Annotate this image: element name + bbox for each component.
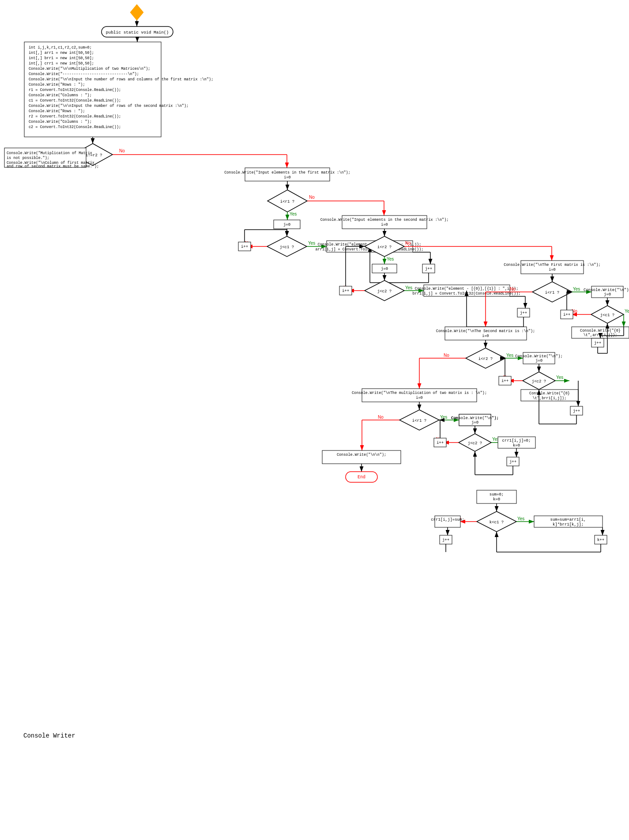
- svg-text:r1 = Convert.ToInt32(Console.R: r1 = Convert.ToInt32(Console.ReadLine())…: [29, 88, 121, 92]
- svg-text:Console.Write("{0}: Console.Write("{0}: [529, 391, 570, 396]
- svg-text:i++: i++: [437, 441, 444, 445]
- svg-text:Console.Write("\n\nMultiplicat: Console.Write("\n\nMultiplication of two…: [29, 67, 150, 71]
- svg-text:j=0: j=0: [535, 359, 542, 363]
- svg-text:c2 = Convert.ToInt32(Console.R: c2 = Convert.ToInt32(Console.ReadLine())…: [29, 125, 121, 129]
- svg-text:Console.Write("Columns : ");: Console.Write("Columns : ");: [29, 120, 92, 124]
- svg-text:i++: i++: [342, 289, 349, 293]
- svg-text:Console.Write("Mutiplication o: Console.Write("Mutiplication of Matrix: [7, 151, 92, 155]
- svg-text:Console.Write("---------------: Console.Write("-------------------------…: [29, 72, 139, 76]
- svg-text:i++: i++: [501, 379, 508, 383]
- svg-text:Console.Write("\n");: Console.Write("\n");: [451, 416, 499, 420]
- svg-text:j<c2 ?: j<c2 ?: [532, 379, 546, 384]
- svg-text:crr1[i,j]=sum;: crr1[i,j]=sum;: [431, 518, 464, 522]
- svg-text:Yes: Yes: [517, 516, 524, 521]
- svg-text:j=0: j=0: [283, 223, 290, 227]
- svg-text:Yes: Yes: [308, 241, 315, 246]
- svg-text:Console.Write("\n");: Console.Write("\n");: [515, 354, 563, 359]
- svg-text:j++: j++: [594, 341, 601, 345]
- svg-text:i<r1 ?: i<r1 ?: [412, 419, 426, 423]
- svg-text:Yes: Yes: [290, 212, 297, 216]
- svg-text:j++: j++: [520, 311, 527, 315]
- svg-text:Yes: Yes: [573, 287, 580, 291]
- svg-text:public static void Main(): public static void Main(): [106, 30, 169, 35]
- svg-text:i<r1 ?: i<r1 ?: [280, 200, 294, 204]
- svg-text:is not possible.");: is not possible.");: [7, 156, 49, 160]
- svg-text:c1 = Convert.ToInt32(Console.R: c1 = Convert.ToInt32(Console.ReadLine())…: [29, 98, 121, 103]
- svg-text:No: No: [309, 195, 315, 200]
- svg-text:No: No: [405, 241, 411, 246]
- svg-text:Yes: Yes: [506, 353, 513, 358]
- svg-text:i=0: i=0: [381, 223, 388, 227]
- svg-text:Yes: Yes: [440, 415, 447, 420]
- svg-text:Console.Write("\nThe First mat: Console.Write("\nThe First matrix is :\n…: [504, 263, 600, 267]
- svg-text:r2 = Convert.ToInt32(Console.R: r2 = Convert.ToInt32(Console.ReadLine())…: [29, 114, 121, 119]
- svg-text:Console.Write("{0}: Console.Write("{0}: [580, 329, 621, 333]
- svg-text:No: No: [119, 148, 125, 153]
- svg-text:i<r2 ?: i<r2 ?: [478, 357, 493, 361]
- svg-text:i=0: i=0: [482, 334, 489, 338]
- svg-text:int[,] brr1 = new int[50,50];: int[,] brr1 = new int[50,50];: [29, 56, 94, 61]
- svg-text:Console.Write("\n");: Console.Write("\n");: [584, 288, 629, 292]
- flowchart-svg: public static void Main() int i,j,k,r1,c…: [0, 0, 629, 840]
- svg-text:Console.Write("\nThe multiplic: Console.Write("\nThe multiplication of t…: [352, 391, 487, 395]
- svg-text:k=0: k=0: [513, 443, 520, 448]
- svg-marker-4: [130, 4, 143, 20]
- svg-text:j=0: j=0: [381, 267, 388, 271]
- svg-text:i=0: i=0: [416, 396, 422, 400]
- svg-text:Console.Write("element - [{0}]: Console.Write("element - [{0}],[{1}] : "…: [415, 287, 519, 291]
- svg-text:Console.Write("\n\nInput the n: Console.Write("\n\nInput the number of r…: [29, 104, 188, 108]
- svg-text:i=0: i=0: [549, 268, 555, 272]
- svg-text:\t",brr1[i,j]);: \t",brr1[i,j]);: [533, 396, 567, 401]
- svg-text:i=0: i=0: [284, 175, 290, 180]
- svg-text:Yes: Yes: [556, 375, 563, 380]
- flowchart-container: public static void Main() int i,j,k,r1,c…: [0, 0, 629, 840]
- svg-text:i<r2 ?: i<r2 ?: [377, 245, 392, 250]
- svg-text:and row of second matrix must : and row of second matrix must be same.")…: [7, 164, 99, 169]
- svg-text:Console.Write("\nThe Second ma: Console.Write("\nThe Second matrix is :\…: [436, 329, 535, 333]
- svg-text:k++: k++: [597, 538, 604, 542]
- svg-text:No: No: [510, 287, 516, 291]
- svg-text:Yes: Yes: [387, 257, 394, 261]
- svg-text:End: End: [358, 475, 365, 480]
- svg-text:j++: j++: [509, 460, 516, 464]
- svg-text:k=0: k=0: [493, 497, 500, 502]
- svg-text:Yes: Yes: [405, 285, 412, 290]
- svg-text:No: No: [378, 415, 384, 420]
- svg-text:i++: i++: [563, 313, 570, 317]
- svg-text:Console.Write("Columns : ");: Console.Write("Columns : ");: [29, 93, 92, 98]
- footer-label: Console Writer: [23, 732, 75, 739]
- svg-text:j<c1 ?: j<c1 ?: [280, 245, 294, 250]
- svg-text:int[,] arr1 = new int[50,50];: int[,] arr1 = new int[50,50];: [29, 51, 94, 55]
- svg-text:j++: j++: [573, 409, 580, 413]
- svg-text:i<r1 ?: i<r1 ?: [545, 291, 559, 295]
- svg-text:Console.Write("Rows : ");: Console.Write("Rows : ");: [29, 109, 85, 114]
- svg-text:Console.Write("\n\nInput the n: Console.Write("\n\nInput the number of r…: [29, 77, 213, 82]
- svg-text:j=0: j=0: [604, 292, 611, 297]
- svg-text:Yes: Yes: [625, 309, 629, 314]
- svg-text:Console.Write("Input elements : Console.Write("Input elements in the sec…: [320, 218, 449, 222]
- svg-text:int i,j,k,r1,c1,r2,c2,sum=0;: int i,j,k,r1,c1,r2,c2,sum=0;: [29, 45, 92, 50]
- svg-text:Console.Write("Rows : ");: Console.Write("Rows : ");: [29, 83, 85, 87]
- svg-text:j<c2 ?: j<c2 ?: [377, 289, 392, 294]
- svg-text:k]*brr1[k,j];: k]*brr1[k,j];: [553, 522, 584, 527]
- svg-text:k<c1 ?: k<c1 ?: [490, 520, 504, 525]
- svg-text:sum=sum+arr1[i,: sum=sum+arr1[i,: [550, 518, 586, 522]
- svg-text:j++: j++: [425, 267, 432, 271]
- svg-text:j++: j++: [442, 538, 449, 542]
- svg-text:crr1[i,j]=0;: crr1[i,j]=0;: [502, 439, 531, 443]
- svg-text:Console.Write("Input elements : Console.Write("Input elements in the fir…: [224, 170, 350, 175]
- svg-text:j<c2 ?: j<c2 ?: [468, 441, 482, 446]
- svg-text:j<c1 ?: j<c1 ?: [600, 313, 614, 318]
- svg-text:int[,] crr1 = new int[50,50];: int[,] crr1 = new int[50,50];: [29, 61, 94, 66]
- svg-text:j=0: j=0: [471, 420, 478, 425]
- svg-text:sum=0;: sum=0;: [490, 492, 504, 497]
- svg-text:i++: i++: [241, 245, 248, 249]
- svg-text:Console.Write("\n\n");: Console.Write("\n\n");: [337, 453, 386, 457]
- svg-text:No: No: [444, 353, 449, 358]
